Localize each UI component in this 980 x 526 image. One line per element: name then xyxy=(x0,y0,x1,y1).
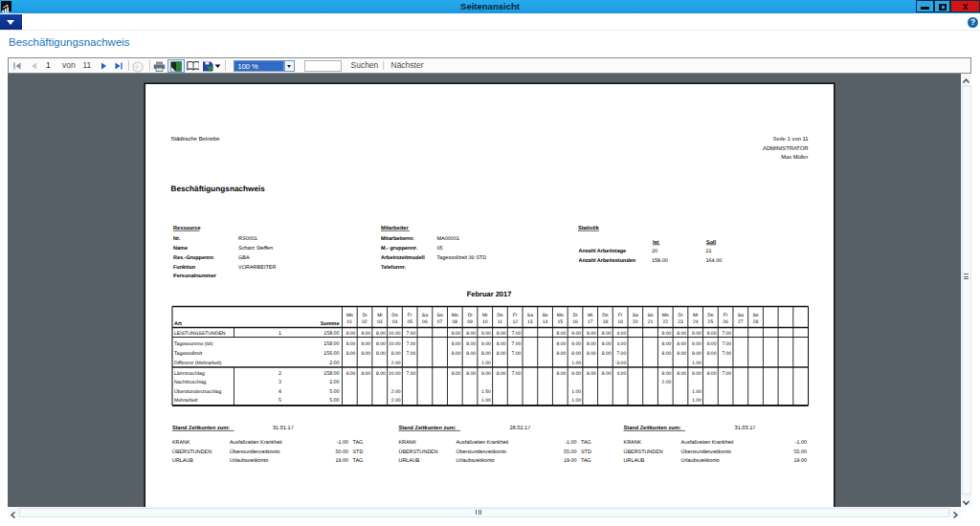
svg-text:1.00: 1.00 xyxy=(481,398,491,404)
svg-text:5.00: 5.00 xyxy=(329,388,339,394)
svg-text:31.01.17: 31.01.17 xyxy=(273,426,294,431)
svg-text:Sa: Sa xyxy=(632,312,637,318)
svg-text:55.00: 55.00 xyxy=(564,449,577,454)
svg-text:17: 17 xyxy=(587,319,592,325)
svg-text:4.00: 4.00 xyxy=(616,370,626,376)
svg-text:2.00: 2.00 xyxy=(661,380,671,385)
svg-text:Arbeitszeitmodell: Arbeitszeitmodell xyxy=(381,254,425,260)
svg-text:8.00: 8.00 xyxy=(661,350,671,356)
svg-text:158.00: 158.00 xyxy=(323,370,339,376)
svg-text:5: 5 xyxy=(278,398,281,404)
svg-text:Mi: Mi xyxy=(377,312,382,318)
svg-text:TAG: TAG xyxy=(352,440,363,446)
svg-text:Mi: Mi xyxy=(588,312,592,318)
svg-text:Städtische Betriebe: Städtische Betriebe xyxy=(170,135,220,142)
svg-text:8.00: 8.00 xyxy=(677,370,686,376)
svg-text:Überstundenzeitkonto: Überstundenzeitkonto xyxy=(680,448,730,454)
svg-text:8.00: 8.00 xyxy=(466,370,476,376)
svg-text:19: 19 xyxy=(617,319,623,325)
svg-text:Mitarbeiternr.: Mitarbeiternr. xyxy=(381,235,414,241)
svg-text:158.00: 158.00 xyxy=(652,257,668,263)
svg-text:Fr: Fr xyxy=(617,312,622,318)
svg-text:8.00: 8.00 xyxy=(361,370,370,376)
svg-text:8.00: 8.00 xyxy=(361,331,370,337)
svg-text:8.00: 8.00 xyxy=(556,350,566,356)
svg-text:10.00: 10.00 xyxy=(389,341,401,347)
svg-text:8.00: 8.00 xyxy=(496,341,505,347)
svg-text:14: 14 xyxy=(542,319,547,325)
svg-text:Februar 2017: Februar 2017 xyxy=(466,289,511,297)
svg-text:8.00: 8.00 xyxy=(345,350,355,356)
svg-text:Überstundenzeitkonto: Überstundenzeitkonto xyxy=(456,448,505,454)
svg-text:ÜBERSTUNDEN: ÜBERSTUNDEN xyxy=(398,448,437,454)
svg-text:8.00: 8.00 xyxy=(677,350,686,356)
svg-text:7.00: 7.00 xyxy=(406,341,415,347)
svg-text:13: 13 xyxy=(527,319,533,325)
svg-text:1.00: 1.00 xyxy=(692,388,702,394)
svg-text:So: So xyxy=(647,312,653,318)
svg-text:So: So xyxy=(436,312,442,318)
svg-text:8.00: 8.00 xyxy=(466,341,476,347)
svg-text:31.03.17: 31.03.17 xyxy=(734,426,755,431)
svg-text:Nachtzuschlag: Nachtzuschlag xyxy=(174,380,207,385)
svg-text:Di: Di xyxy=(362,312,367,318)
svg-text:24: 24 xyxy=(692,319,698,325)
svg-text:18: 18 xyxy=(602,319,608,325)
svg-text:Urlaubszeitkonto: Urlaubszeitkonto xyxy=(680,457,719,463)
svg-text:Res.-Gruppennr.: Res.-Gruppennr. xyxy=(173,254,215,260)
svg-text:8.00: 8.00 xyxy=(361,350,370,356)
svg-text:8.00: 8.00 xyxy=(345,370,355,376)
svg-text:KRANK: KRANK xyxy=(172,440,190,446)
svg-text:GBA: GBA xyxy=(238,254,250,260)
svg-text:4.00: 4.00 xyxy=(616,331,626,337)
svg-text:Art: Art xyxy=(174,320,182,326)
svg-text:8.00: 8.00 xyxy=(345,331,355,337)
svg-text:21: 21 xyxy=(647,319,653,325)
svg-text:8.00: 8.00 xyxy=(496,350,505,356)
svg-text:8.00: 8.00 xyxy=(601,341,611,347)
svg-text:11: 11 xyxy=(497,319,501,325)
svg-text:Mi: Mi xyxy=(693,312,698,318)
svg-text:Urlaubszeitkonto: Urlaubszeitkonto xyxy=(456,457,494,463)
svg-text:Fr: Fr xyxy=(723,312,727,318)
svg-text:2.00: 2.00 xyxy=(329,380,339,385)
svg-text:Di: Di xyxy=(678,312,682,318)
svg-text:01: 01 xyxy=(346,319,352,325)
svg-text:15: 15 xyxy=(557,319,563,325)
svg-text:8.00: 8.00 xyxy=(601,350,611,356)
svg-text:19.00: 19.00 xyxy=(564,457,577,463)
svg-text:1.00: 1.00 xyxy=(571,360,581,365)
svg-text:26: 26 xyxy=(723,319,728,325)
svg-text:8.00: 8.00 xyxy=(571,350,581,356)
svg-text:9.00: 9.00 xyxy=(571,331,581,337)
svg-text:Fr: Fr xyxy=(512,312,517,318)
svg-text:21: 21 xyxy=(705,248,711,253)
svg-text:9.00: 9.00 xyxy=(481,370,491,376)
svg-text:50.00: 50.00 xyxy=(335,449,348,454)
svg-text:KRANK: KRANK xyxy=(623,440,641,446)
svg-text:8.00: 8.00 xyxy=(451,370,460,376)
svg-text:05: 05 xyxy=(407,319,412,325)
svg-text:1.00: 1.00 xyxy=(481,360,491,365)
svg-text:8.00: 8.00 xyxy=(361,341,370,347)
svg-text:12: 12 xyxy=(512,319,518,325)
svg-text:04: 04 xyxy=(391,319,397,325)
svg-text:158.00: 158.00 xyxy=(323,331,339,337)
svg-text:9.00: 9.00 xyxy=(481,341,491,347)
svg-text:10.00: 10.00 xyxy=(389,331,401,337)
svg-text:08: 08 xyxy=(452,319,457,325)
svg-text:8.00: 8.00 xyxy=(466,331,476,337)
svg-text:8.00: 8.00 xyxy=(345,341,355,347)
svg-text:2.00: 2.00 xyxy=(329,360,339,365)
svg-text:8.00: 8.00 xyxy=(481,350,491,356)
svg-text:Scharz Steffen: Scharz Steffen xyxy=(238,245,273,251)
svg-text:Max Müller: Max Müller xyxy=(781,154,808,161)
svg-text:7.00: 7.00 xyxy=(406,331,415,337)
svg-text:-1.00: -1.00 xyxy=(794,440,806,446)
svg-text:Tagessollzeit: Tagessollzeit xyxy=(174,350,203,356)
svg-text:164.00: 164.00 xyxy=(705,257,722,263)
svg-text:8.00: 8.00 xyxy=(587,370,596,376)
svg-text:19.00: 19.00 xyxy=(793,457,807,463)
svg-text:STD: STD xyxy=(581,449,591,454)
svg-text:TAG: TAG xyxy=(581,440,591,446)
